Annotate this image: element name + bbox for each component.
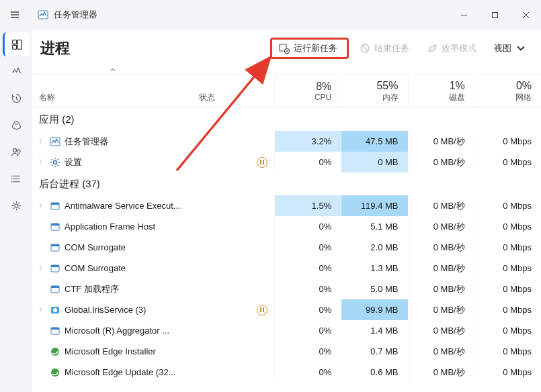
column-name[interactable]: 名称 [32,75,194,107]
nav-processes[interactable] [3,32,30,56]
column-network[interactable]: 0% 网络 [474,75,541,107]
disk-cell: 0 MB/秒 [408,216,474,237]
end-task-button: 结束任务 [353,38,416,58]
app-icon [38,9,48,20]
network-cell: 0 Mbps [474,279,541,299]
process-row[interactable]: CTF 加载程序 0% 5.0 MB 0 MB/秒 0 Mbps [32,279,541,299]
process-icon [50,242,60,253]
column-cpu[interactable]: 8% CPU [274,75,341,107]
memory-cell: 99.9 MB [341,299,407,320]
memory-cell: 2.0 MB [341,237,407,258]
efficiency-mode-button: 效率模式 [420,38,483,58]
memory-cell: 1.4 MB [341,320,407,341]
svg-point-16 [54,160,57,164]
hamburger-menu-button[interactable] [0,0,30,30]
memory-cell: 0 MB [341,152,407,173]
process-icon [50,326,60,336]
expand-icon[interactable]: 〉 [39,137,46,146]
process-row[interactable]: Microsoft Edge Update (32... 0% 0.6 MB 0… [32,362,541,383]
memory-cell: 47.5 MB [341,131,407,152]
process-status [194,157,274,168]
nav-settings[interactable] [3,193,30,217]
disk-cell: 0 MB/秒 [408,341,474,362]
nav-users[interactable] [3,140,30,164]
process-status [194,305,274,315]
network-cell: 0 Mbps [474,152,541,173]
memory-cell: 119.4 MB [341,195,407,216]
nav-performance[interactable] [3,59,30,83]
svg-rect-1 [492,12,497,17]
svg-rect-20 [51,224,59,226]
minimize-button[interactable] [448,3,479,27]
svg-point-10 [11,181,12,182]
nav-details[interactable] [3,166,30,191]
svg-point-28 [53,308,57,312]
disk-cell: 0 MB/秒 [408,152,474,173]
process-list[interactable]: 应用 (2) 〉 任务管理器 3.2% 47.5 MB 0 MB/秒 0 Mbp… [32,108,541,392]
process-name: CTF 加载程序 [65,283,119,295]
page-title: 进程 [40,38,70,58]
expand-icon[interactable]: 〉 [39,158,46,167]
memory-cell: 1.3 MB [341,258,407,279]
process-row[interactable]: 〉 Global.IrisService (3) 0% 99.9 MB 0 MB… [32,299,541,320]
column-disk[interactable]: 1% 磁盘 [408,75,474,107]
process-icon [50,346,60,357]
process-row[interactable]: 〉 设置 0% 0 MB 0 MB/秒 0 Mbps [32,152,541,173]
cpu-cell: 0% [274,299,341,320]
cpu-cell: 0% [274,216,341,237]
network-cell: 0 Mbps [474,362,541,383]
expand-icon[interactable]: 〉 [39,264,46,273]
svg-point-5 [15,123,17,125]
process-row[interactable]: Microsoft (R) Aggregator ... 0% 1.4 MB 0… [32,320,541,341]
svg-rect-4 [13,45,17,49]
column-memory[interactable]: 55% 内存 [341,75,407,107]
expand-icon[interactable]: 〉 [39,305,46,315]
group-header-apps[interactable]: 应用 (2) [32,108,541,131]
cpu-cell: 0% [274,152,341,173]
svg-point-9 [11,178,12,179]
process-row[interactable]: 〉 Antimalware Service Execut... 1.5% 119… [32,195,541,216]
nav-history[interactable] [3,86,30,110]
group-header-bg[interactable]: 后台进程 (37) [32,173,541,195]
run-task-icon [279,43,290,54]
window-controls [448,3,541,27]
view-button[interactable]: 视图 [487,38,533,58]
column-status[interactable]: 状态 [194,75,274,107]
process-row[interactable]: Application Frame Host 0% 5.1 MB 0 MB/秒 … [32,216,541,237]
svg-rect-30 [51,328,59,330]
disk-cell: 0 MB/秒 [408,279,474,299]
disk-cell: 0 MB/秒 [408,362,474,383]
end-task-label: 结束任务 [374,42,409,54]
disk-cell: 0 MB/秒 [408,299,474,320]
svg-rect-2 [13,40,17,44]
network-cell: 0 Mbps [474,195,541,216]
process-name: COM Surrogate [65,242,126,252]
network-cell: 0 Mbps [474,341,541,362]
memory-cell: 5.1 MB [341,216,407,237]
process-name: Antimalware Service Execut... [65,201,181,211]
process-name: Application Frame Host [65,222,155,232]
svg-rect-26 [51,286,59,288]
cpu-cell: 0% [274,320,341,341]
disk-cell: 0 MB/秒 [408,320,474,341]
svg-point-11 [14,203,17,207]
run-new-task-label: 运行新任务 [294,42,337,54]
network-cell: 0 Mbps [474,320,541,341]
process-icon [50,157,60,168]
run-new-task-button[interactable]: 运行新任务 [270,38,349,59]
cpu-cell: 0% [274,237,341,258]
process-row[interactable]: 〉 任务管理器 3.2% 47.5 MB 0 MB/秒 0 Mbps [32,131,541,152]
network-cell: 0 Mbps [474,258,541,279]
process-icon [50,222,60,232]
close-button[interactable] [510,3,541,27]
process-row[interactable]: Microsoft Edge Installer 0% 0.7 MB 0 MB/… [32,341,541,362]
process-row[interactable]: 〉 COM Surrogate 0% 1.3 MB 0 MB/秒 0 Mbps [32,258,541,279]
nav-rail [0,30,32,392]
process-icon [50,305,60,315]
memory-cell: 0.6 MB [341,362,407,383]
maximize-button[interactable] [479,3,510,27]
process-row[interactable]: COM Surrogate 0% 2.0 MB 0 MB/秒 0 Mbps [32,237,541,258]
expand-icon[interactable]: 〉 [39,201,46,211]
nav-startup[interactable] [3,113,30,137]
sort-indicator [32,67,194,74]
